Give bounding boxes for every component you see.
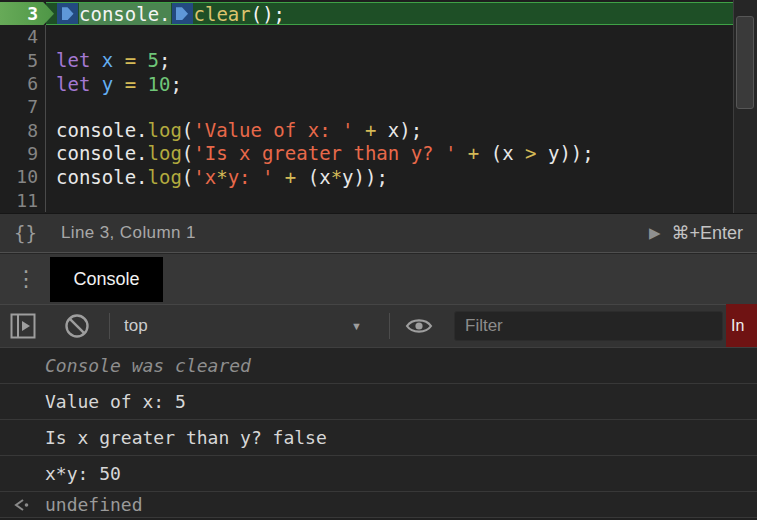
code-token: (x (296, 166, 330, 188)
line-number-text: 11 (16, 190, 38, 211)
code-token: = (125, 73, 136, 95)
line-number-text: 5 (27, 50, 38, 71)
code-token: (); (251, 3, 285, 25)
code-token: + (365, 119, 376, 141)
code-line[interactable]: 7 (0, 95, 757, 118)
show-console-sidebar-icon[interactable] (10, 313, 36, 339)
more-tabs-menu-icon[interactable]: ⋮ (8, 268, 44, 290)
console-message: Value of x: 5 (0, 384, 757, 420)
code-token: + (468, 142, 479, 164)
code-token: ( (182, 119, 193, 141)
code-line-content[interactable] (46, 188, 757, 211)
code-token (90, 73, 101, 95)
code-token (353, 119, 364, 141)
code-token: 'Is x greater than y? ' (193, 142, 456, 164)
javascript-context-selector[interactable]: top ▼ (116, 316, 370, 336)
code-line-content[interactable]: let x = 5; (46, 49, 757, 72)
code-lines: 3console.clear();45let x = 5;6let y = 10… (0, 2, 757, 212)
line-number[interactable]: 6 (0, 72, 46, 95)
code-line-content[interactable]: console.clear(); (46, 2, 757, 25)
toolbar-divider (389, 313, 390, 339)
devtools-window: 3console.clear();45let x = 5;6let y = 10… (0, 0, 757, 520)
line-number[interactable]: 4 (0, 25, 46, 48)
code-editor[interactable]: 3console.clear();45let x = 5;6let y = 10… (0, 0, 757, 213)
editor-status-bar: {} Line 3, Column 1 ▶ ⌘+Enter (0, 213, 757, 253)
line-number[interactable]: 3 (0, 2, 46, 25)
line-number[interactable]: 5 (0, 49, 46, 72)
code-line-content[interactable] (46, 25, 757, 48)
code-token: y)); (342, 166, 388, 188)
console-message-text: Value of x: 5 (45, 391, 186, 412)
code-token: * (331, 166, 342, 188)
context-label: top (124, 316, 148, 336)
code-token: let (56, 49, 90, 71)
code-token (273, 166, 284, 188)
line-number-text: 8 (27, 120, 38, 141)
code-line-content[interactable] (46, 95, 757, 118)
code-token: y (102, 73, 113, 95)
line-number[interactable]: 11 (0, 188, 46, 211)
code-token: log (148, 142, 182, 164)
line-number-text: 7 (27, 96, 38, 117)
console-message: Console was cleared (0, 348, 757, 384)
code-line-content[interactable]: console.log('Is x greater than y? ' + (x… (46, 142, 757, 165)
editor-scrollbar-thumb[interactable] (736, 16, 754, 109)
tab-console[interactable]: Console (50, 257, 163, 302)
return-value-arrow-icon (12, 498, 30, 512)
code-token: y: ' (228, 166, 274, 188)
play-icon: ▶ (649, 224, 661, 242)
line-number[interactable]: 9 (0, 142, 46, 165)
live-expression-eye-icon[interactable] (404, 315, 434, 337)
code-token: 10 (148, 73, 171, 95)
console-message-text: Console was cleared (45, 355, 251, 376)
code-token (136, 49, 147, 71)
run-snippet-button[interactable]: ▶ ⌘+Enter (649, 222, 743, 244)
code-token: x); (376, 119, 422, 141)
code-line[interactable]: 8console.log('Value of x: ' + x); (0, 118, 757, 141)
code-token: 'Value of x: ' (193, 119, 353, 141)
code-token: > (525, 142, 536, 164)
console-message: Is x greater than y? false (0, 420, 757, 456)
line-number-text: 4 (27, 26, 38, 47)
code-line[interactable]: 11 (0, 188, 757, 211)
code-line-content[interactable]: let y = 10; (46, 72, 757, 95)
code-token (90, 49, 101, 71)
tab-console-label: Console (73, 269, 139, 290)
console-message: undefined (0, 492, 757, 518)
code-line-content[interactable]: console.log('x*y: ' + (x*y)); (46, 165, 757, 188)
code-line[interactable]: 5let x = 5; (0, 49, 757, 72)
code-token: x (102, 49, 113, 71)
line-number-text: 3 (27, 3, 38, 24)
breakpoint-marker-icon[interactable] (57, 3, 78, 24)
code-token: 5 (148, 49, 159, 71)
code-line[interactable]: 4 (0, 25, 757, 48)
pretty-print-icon[interactable]: {} (14, 222, 37, 244)
code-line[interactable]: 6let y = 10; (0, 72, 757, 95)
code-token: ( (182, 166, 193, 188)
console-toolbar: top ▼ In (0, 304, 757, 348)
line-number[interactable]: 8 (0, 118, 46, 141)
code-line[interactable]: 10console.log('x*y: ' + (x*y)); (0, 165, 757, 188)
code-token: console. (79, 3, 171, 25)
line-number[interactable]: 7 (0, 95, 46, 118)
cursor-position-label: Line 3, Column 1 (61, 223, 649, 243)
console-filter-input[interactable] (454, 311, 723, 341)
console-message-text: Is x greater than y? false (45, 427, 327, 448)
code-token: = (125, 49, 136, 71)
code-token (136, 73, 147, 95)
code-line[interactable]: 3console.clear(); (0, 2, 757, 25)
console-message-text: x*y: 50 (45, 463, 121, 484)
line-number[interactable]: 10 (0, 165, 46, 188)
code-line[interactable]: 9console.log('Is x greater than y? ' + (… (0, 142, 757, 165)
console-messages: Console was clearedValue of x: 5Is x gre… (0, 348, 757, 518)
log-levels-badge[interactable]: In (726, 304, 757, 347)
code-line-content[interactable]: console.log('Value of x: ' + x); (46, 118, 757, 141)
clear-console-icon[interactable] (64, 313, 90, 339)
editor-scrollbar[interactable] (733, 0, 757, 213)
breakpoint-marker-icon[interactable] (172, 3, 193, 24)
code-token: console. (56, 142, 148, 164)
code-token: let (56, 73, 90, 95)
line-number-text: 10 (16, 166, 38, 187)
line-number-text: 6 (27, 73, 38, 94)
code-token: console. (56, 166, 148, 188)
